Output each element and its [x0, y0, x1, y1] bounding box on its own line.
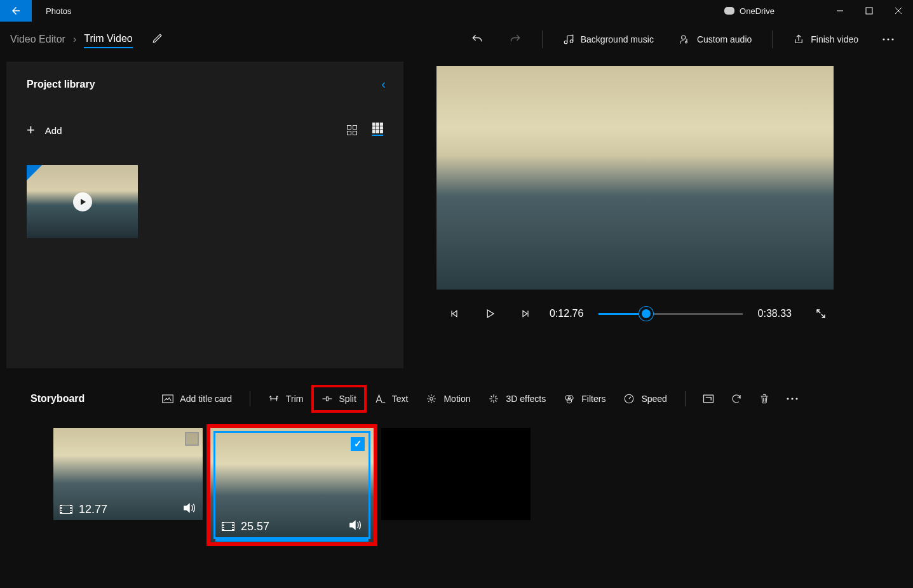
library-clip-thumbnail[interactable] [27, 165, 138, 238]
clip-select-checkbox[interactable] [351, 437, 365, 451]
svg-point-23 [567, 398, 572, 403]
svg-rect-1 [866, 8, 872, 14]
custom-audio-button[interactable]: Custom audio [666, 27, 764, 52]
collapse-library-button[interactable]: ‹ [381, 77, 386, 91]
title-card-icon [162, 394, 173, 403]
sparkle-icon [488, 393, 499, 404]
film-icon [222, 522, 234, 531]
total-time: 0:38.33 [752, 308, 798, 319]
step-forward-icon [520, 309, 531, 319]
step-back-icon [449, 309, 459, 319]
rotate-button[interactable] [722, 393, 750, 404]
minimize-button[interactable] [825, 0, 855, 22]
maximize-button[interactable] [855, 0, 884, 22]
3d-effects-button[interactable]: 3D effects [479, 386, 555, 411]
storyboard-clip[interactable]: 12.77 [53, 428, 203, 520]
text-button[interactable]: Text [365, 386, 417, 411]
finish-video-button[interactable]: Finish video [780, 27, 871, 52]
ellipsis-icon [787, 398, 798, 400]
add-title-card-button[interactable]: Add title card [153, 386, 241, 411]
view-large-grid-button[interactable] [346, 124, 358, 136]
svg-point-28 [787, 398, 788, 399]
svg-rect-17 [326, 397, 328, 401]
svg-point-8 [883, 38, 884, 40]
separator [250, 391, 250, 406]
svg-point-22 [569, 396, 574, 401]
speed-button[interactable]: Speed [614, 386, 675, 411]
redo-button[interactable] [496, 27, 534, 52]
ellipsis-icon [883, 38, 894, 41]
seek-thumb[interactable] [639, 307, 653, 321]
edit-name-button[interactable] [152, 32, 163, 46]
library-title: Project library [27, 79, 95, 90]
svg-point-5 [570, 40, 573, 43]
split-icon [321, 394, 333, 403]
undo-button[interactable] [458, 27, 496, 52]
used-indicator-icon [27, 165, 42, 180]
separator [542, 30, 543, 48]
trim-button[interactable]: Trim [259, 386, 312, 411]
next-frame-button[interactable] [508, 309, 543, 319]
storyboard-empty-slot[interactable] [381, 428, 531, 520]
storyboard-title: Storyboard [30, 393, 85, 404]
svg-point-6 [682, 36, 686, 39]
split-button[interactable]: Split [313, 386, 365, 411]
breadcrumb-root[interactable]: Video Editor [10, 34, 65, 45]
svg-point-10 [891, 38, 893, 40]
filters-button[interactable]: Filters [555, 386, 614, 411]
svg-point-29 [791, 398, 793, 399]
crop-icon [702, 394, 715, 404]
clip-duration: 12.77 [79, 503, 107, 516]
svg-point-4 [564, 41, 567, 44]
seek-slider[interactable] [599, 306, 742, 321]
cloud-icon [724, 7, 734, 15]
trim-icon [268, 394, 280, 403]
export-icon [793, 34, 804, 45]
play-icon [484, 308, 496, 319]
back-button[interactable] [0, 0, 32, 22]
play-button[interactable] [472, 308, 508, 319]
add-media-button[interactable]: + Add [27, 122, 62, 138]
person-music-icon [679, 34, 691, 45]
expand-icon [815, 308, 827, 319]
undo-icon [471, 33, 484, 46]
motion-icon [426, 393, 437, 404]
volume-icon[interactable] [348, 519, 362, 533]
current-time: 0:12.76 [543, 308, 590, 319]
pencil-icon [152, 32, 163, 44]
more-menu-button[interactable] [871, 27, 905, 52]
storyboard-panel: Storyboard Add title card Trim Split Tex… [0, 368, 913, 542]
filters-icon [564, 393, 575, 404]
music-icon [563, 34, 574, 45]
onedrive-status[interactable]: OneDrive [724, 0, 825, 22]
storyboard-more-button[interactable] [778, 398, 806, 400]
breadcrumb-current[interactable]: Trim Video [84, 33, 132, 48]
clip-select-checkbox[interactable] [185, 432, 199, 446]
svg-point-30 [795, 398, 797, 399]
resize-canvas-button[interactable] [694, 394, 722, 404]
storyboard-clip-selected[interactable]: 25.57 [210, 428, 374, 542]
volume-icon[interactable] [182, 502, 196, 516]
rotate-icon [731, 393, 742, 404]
project-library-panel: Project library ‹ + Add [6, 62, 403, 368]
play-icon [73, 192, 92, 211]
view-small-grid-button[interactable] [372, 124, 383, 136]
film-icon [60, 505, 72, 514]
plus-icon: + [27, 122, 35, 138]
breadcrumb: Video Editor › Trim Video [8, 32, 163, 46]
background-music-button[interactable]: Background music [550, 27, 666, 52]
arrow-left-icon [10, 5, 22, 17]
clip-duration: 25.57 [241, 520, 269, 533]
svg-point-20 [430, 398, 433, 401]
chevron-right-icon: › [73, 34, 76, 45]
delete-clip-button[interactable] [750, 393, 778, 404]
close-button[interactable] [884, 0, 913, 22]
motion-button[interactable]: Motion [417, 386, 479, 411]
app-title: Photos [32, 0, 71, 22]
video-preview[interactable] [436, 66, 834, 290]
preview-panel: 0:12.76 0:38.33 [403, 57, 913, 368]
trash-icon [759, 393, 769, 404]
onedrive-label: OneDrive [740, 6, 774, 16]
previous-frame-button[interactable] [436, 309, 472, 319]
fullscreen-button[interactable] [808, 308, 834, 319]
